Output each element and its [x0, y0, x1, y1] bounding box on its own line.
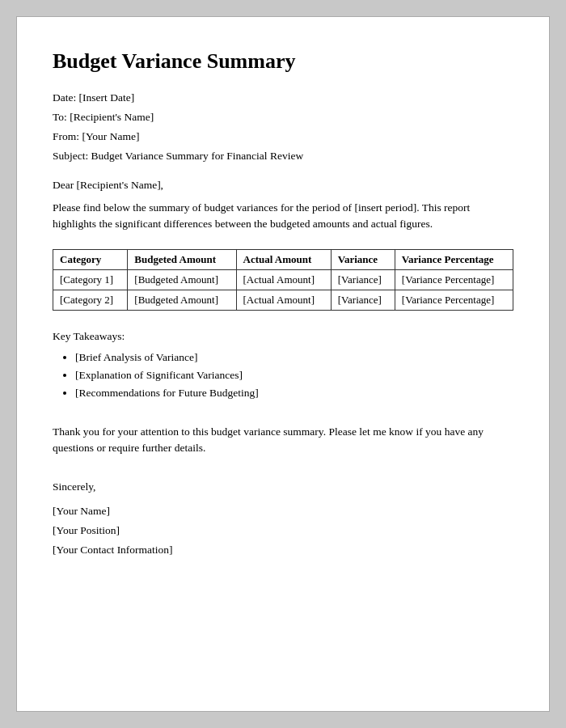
salutation: Dear [Recipient's Name],: [53, 179, 513, 192]
col-header-budgeted: Budgeted Amount: [128, 249, 236, 269]
from-line: From: [Your Name]: [53, 130, 513, 143]
list-item: [Recommendations for Future Budgeting]: [75, 387, 513, 400]
table-cell: [Category 1]: [53, 269, 128, 290]
table-cell: [Category 2]: [53, 290, 128, 310]
list-item: [Brief Analysis of Variance]: [75, 351, 513, 364]
variance-table: Category Budgeted Amount Actual Amount V…: [53, 249, 513, 311]
table-cell: [Budgeted Amount]: [128, 269, 236, 290]
your-name: [Your Name]: [53, 505, 513, 518]
col-header-variance-pct: Variance Percentage: [395, 249, 513, 269]
table-cell: [Variance Percentage]: [395, 290, 513, 310]
your-position: [Your Position]: [53, 524, 513, 537]
to-line: To: [Recipient's Name]: [53, 111, 513, 124]
table-cell: [Variance]: [331, 269, 395, 290]
table-header-row: Category Budgeted Amount Actual Amount V…: [53, 249, 513, 269]
closing-paragraph: Thank you for your attention to this bud…: [53, 424, 513, 457]
table-row: [Category 1][Budgeted Amount][Actual Amo…: [53, 269, 513, 290]
sincerely-label: Sincerely,: [53, 480, 513, 493]
document-title: Budget Variance Summary: [53, 49, 513, 74]
your-contact: [Your Contact Information]: [53, 544, 513, 557]
table-cell: [Variance]: [331, 290, 395, 310]
subject-line: Subject: Budget Variance Summary for Fin…: [53, 150, 513, 163]
col-header-category: Category: [53, 249, 128, 269]
document-container: Budget Variance Summary Date: [Insert Da…: [16, 16, 550, 712]
col-header-variance: Variance: [331, 249, 395, 269]
table-cell: [Actual Amount]: [236, 269, 331, 290]
date-line: Date: [Insert Date]: [53, 91, 513, 104]
bullet-list: [Brief Analysis of Variance][Explanation…: [53, 351, 513, 400]
intro-paragraph: Please find below the summary of budget …: [53, 200, 513, 233]
col-header-actual: Actual Amount: [236, 249, 331, 269]
key-takeaways-label: Key Takeaways:: [53, 330, 513, 343]
table-row: [Category 2][Budgeted Amount][Actual Amo…: [53, 290, 513, 310]
table-cell: [Actual Amount]: [236, 290, 331, 310]
table-cell: [Variance Percentage]: [395, 269, 513, 290]
table-cell: [Budgeted Amount]: [128, 290, 236, 310]
list-item: [Explanation of Significant Variances]: [75, 369, 513, 382]
